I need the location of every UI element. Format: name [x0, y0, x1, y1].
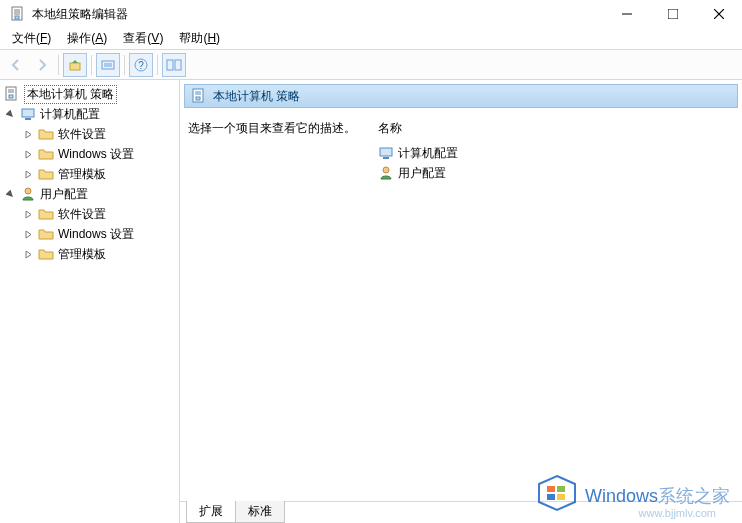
detail-list: 名称 计算机配置 用户配置 — [378, 120, 734, 493]
up-button[interactable] — [63, 53, 87, 77]
svg-marker-31 — [539, 476, 575, 510]
toolbar-sep — [58, 55, 59, 75]
folder-icon — [38, 126, 54, 142]
tab-extended[interactable]: 扩展 — [186, 501, 236, 523]
content: 本地计算机 策略 计算机配置 软件设置 — [0, 80, 742, 523]
windows-logo-icon — [537, 474, 577, 517]
watermark-url: www.bjjmlv.com — [639, 507, 716, 519]
user-icon — [378, 165, 394, 181]
toolbar-sep — [124, 55, 125, 75]
expand-icon[interactable] — [22, 228, 34, 240]
tree-item[interactable]: Windows 设置 — [22, 144, 179, 164]
expand-icon[interactable] — [22, 168, 34, 180]
tree-label: 软件设置 — [58, 126, 106, 143]
svg-rect-35 — [557, 494, 565, 500]
svg-rect-6 — [668, 9, 678, 19]
window-controls — [604, 0, 742, 28]
computer-icon — [378, 145, 394, 161]
folder-icon — [38, 246, 54, 262]
help-button[interactable]: ? — [129, 53, 153, 77]
app-icon — [10, 6, 26, 22]
expand-icon[interactable] — [22, 248, 34, 260]
tree-section-user[interactable]: 用户配置 — [4, 184, 179, 204]
detail-header: 本地计算机 策略 — [184, 84, 738, 108]
svg-text:?: ? — [138, 60, 144, 71]
detail-prompt: 选择一个项目来查看它的描述。 — [188, 121, 356, 135]
collapse-icon[interactable] — [4, 188, 16, 200]
menu-action[interactable]: 操作(A) — [59, 28, 115, 49]
tree-item[interactable]: 管理模板 — [22, 164, 179, 184]
close-button[interactable] — [696, 0, 742, 28]
folder-icon — [38, 166, 54, 182]
back-button[interactable] — [4, 53, 28, 77]
tree-item[interactable]: Windows 设置 — [22, 224, 179, 244]
collapse-icon[interactable] — [4, 108, 16, 120]
svg-rect-34 — [547, 494, 555, 500]
menu-help[interactable]: 帮助(H) — [171, 28, 228, 49]
folder-icon — [38, 226, 54, 242]
tree-label: 管理模板 — [58, 166, 106, 183]
tree-section-computer[interactable]: 计算机配置 — [4, 104, 179, 124]
svg-rect-9 — [70, 63, 80, 70]
forward-button[interactable] — [30, 53, 54, 77]
policy-icon — [191, 88, 207, 104]
detail-body: 选择一个项目来查看它的描述。 名称 计算机配置 用户配置 — [180, 108, 742, 501]
watermark-brand: Windows系统之家 — [585, 484, 730, 508]
tab-standard[interactable]: 标准 — [235, 501, 285, 523]
list-item[interactable]: 计算机配置 — [378, 143, 734, 163]
tree-label: 管理模板 — [58, 246, 106, 263]
expand-icon[interactable] — [22, 208, 34, 220]
minimize-button[interactable] — [604, 0, 650, 28]
expand-icon[interactable] — [22, 128, 34, 140]
toolbar: ? — [0, 50, 742, 80]
svg-rect-29 — [383, 157, 389, 159]
list-item-label: 计算机配置 — [398, 145, 458, 162]
expand-icon[interactable] — [22, 148, 34, 160]
svg-rect-32 — [547, 486, 555, 492]
svg-rect-16 — [175, 60, 181, 70]
menubar: 文件(F) 操作(A) 查看(V) 帮助(H) — [0, 28, 742, 50]
detail-panel: 本地计算机 策略 选择一个项目来查看它的描述。 名称 计算机配置 用户配 — [180, 80, 742, 523]
list-item-label: 用户配置 — [398, 165, 446, 182]
tree-panel: 本地计算机 策略 计算机配置 软件设置 — [0, 80, 180, 523]
svg-rect-10 — [102, 61, 114, 69]
tree-label: 软件设置 — [58, 206, 106, 223]
tree-root[interactable]: 本地计算机 策略 — [0, 84, 179, 104]
menu-view[interactable]: 查看(V) — [115, 28, 171, 49]
svg-rect-15 — [167, 60, 173, 70]
properties-button[interactable] — [96, 53, 120, 77]
svg-rect-33 — [557, 486, 565, 492]
tree-root-label: 本地计算机 策略 — [24, 85, 117, 104]
policy-icon — [4, 86, 20, 102]
svg-rect-28 — [380, 148, 392, 156]
maximize-button[interactable] — [650, 0, 696, 28]
column-header-name[interactable]: 名称 — [378, 120, 734, 137]
folder-icon — [38, 206, 54, 222]
watermark: Windows系统之家 www.bjjmlv.com — [537, 474, 730, 517]
titlebar: 本地组策略编辑器 — [0, 0, 742, 28]
svg-point-23 — [25, 188, 31, 194]
svg-rect-20 — [9, 95, 13, 98]
tree-label: Windows 设置 — [58, 146, 134, 163]
tree-item[interactable]: 软件设置 — [22, 204, 179, 224]
svg-rect-27 — [196, 97, 200, 100]
list-item[interactable]: 用户配置 — [378, 163, 734, 183]
svg-point-30 — [383, 167, 389, 173]
tree-label: 用户配置 — [40, 186, 88, 203]
toolbar-sep — [157, 55, 158, 75]
window-title: 本地组策略编辑器 — [32, 6, 128, 23]
toolbar-sep — [91, 55, 92, 75]
svg-rect-21 — [22, 109, 34, 117]
tree-item[interactable]: 管理模板 — [22, 244, 179, 264]
detail-header-title: 本地计算机 策略 — [213, 88, 300, 105]
show-hide-button[interactable] — [162, 53, 186, 77]
tree-label: Windows 设置 — [58, 226, 134, 243]
tree-item[interactable]: 软件设置 — [22, 124, 179, 144]
tree-label: 计算机配置 — [40, 106, 100, 123]
svg-rect-4 — [15, 16, 19, 19]
svg-rect-22 — [25, 118, 31, 120]
folder-icon — [38, 146, 54, 162]
computer-icon — [20, 106, 36, 122]
menu-file[interactable]: 文件(F) — [4, 28, 59, 49]
user-icon — [20, 186, 36, 202]
